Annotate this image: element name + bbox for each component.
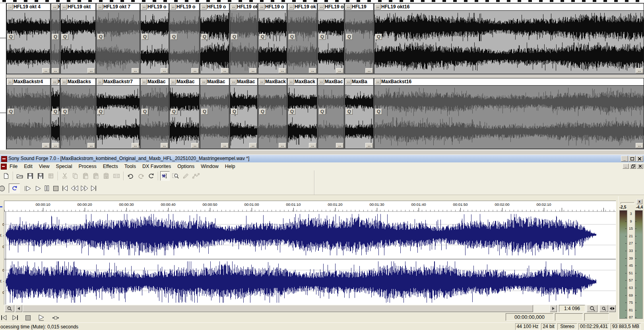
- clip-waveform[interactable]: [345, 10, 373, 73]
- zoom-in-button[interactable]: [587, 305, 597, 312]
- clip-title-bar[interactable]: ↔HFL19 ok: [230, 4, 257, 11]
- clip-waveform[interactable]: [200, 10, 229, 73]
- clip-stretch-handle[interactable]: ↔: [52, 68, 59, 73]
- clip-title-bar[interactable]: ↔HFL19 okt16: [374, 4, 644, 11]
- clip-stretch-handle[interactable]: ↔: [636, 143, 643, 148]
- mdi-restore-button[interactable]: [630, 164, 636, 169]
- clip-resize-icon[interactable]: ↔: [318, 4, 324, 10]
- audio-clip-maxba[interactable]: ↔MaxBaQ↔: [345, 78, 374, 149]
- stop-button[interactable]: [52, 184, 60, 193]
- audio-clip-maxbac[interactable]: ↔MaxBacQ↔: [230, 78, 258, 149]
- clip-waveform[interactable]: [141, 85, 169, 148]
- clip-waveform[interactable]: [258, 10, 287, 73]
- clip-title-bar[interactable]: ↔MaxBacks: [61, 78, 95, 86]
- clip-q-button[interactable]: Q: [52, 109, 59, 115]
- pause-button[interactable]: [43, 184, 51, 193]
- audio-clip-m[interactable]: ↔MQ↔: [51, 78, 60, 149]
- clip-stretch-handle[interactable]: ↔: [249, 68, 257, 73]
- clip-resize-icon[interactable]: ↔: [170, 79, 176, 84]
- clip-title-bar[interactable]: ↔MaxBack: [258, 78, 287, 86]
- maximize-button[interactable]: [628, 156, 636, 162]
- audio-clip-hfl19-okt[interactable]: ↔HFL19 oktQ↔: [60, 3, 96, 74]
- clip-q-button[interactable]: Q: [142, 34, 148, 40]
- clip-stretch-handle[interactable]: ↔: [336, 68, 343, 73]
- audio-clip-h[interactable]: ↔HQ↔: [51, 3, 60, 74]
- audio-clip-hfl19-o[interactable]: ↔HFL19 oQ↔: [140, 3, 169, 74]
- clip-q-button[interactable]: Q: [346, 109, 353, 115]
- clip-resize-icon[interactable]: ↔: [97, 4, 103, 10]
- audio-clip-maxback[interactable]: ↔MaxBackQ↔: [258, 78, 287, 149]
- audio-clip-maxbac[interactable]: ↔MaxBacQ↔: [200, 78, 229, 149]
- clip-q-button[interactable]: Q: [97, 109, 104, 115]
- save-as-icon[interactable]: ?: [36, 171, 45, 181]
- clip-stretch-handle[interactable]: ↔: [161, 68, 168, 73]
- clip-stretch-handle[interactable]: ↔: [221, 68, 229, 73]
- clip-waveform[interactable]: [288, 85, 317, 148]
- clip-q-button[interactable]: Q: [375, 109, 382, 115]
- zoom-normal-button[interactable]: [5, 305, 14, 312]
- mdi-minimize-button[interactable]: _: [623, 164, 629, 169]
- magnify-tool-icon[interactable]: [171, 171, 180, 181]
- audio-clip-maxbackstr4[interactable]: ↔MaxBackstr4Q↔: [6, 78, 50, 149]
- clip-title-bar[interactable]: ↔MaxBac: [230, 78, 257, 86]
- clip-stretch-handle[interactable]: ↔: [42, 68, 50, 73]
- menu-window[interactable]: Window: [198, 163, 221, 170]
- zoom-ratio-display[interactable]: 1:4 096: [559, 305, 585, 312]
- clip-stretch-handle[interactable]: ↔: [52, 143, 59, 148]
- clip-waveform[interactable]: [7, 85, 50, 148]
- clip-title-bar[interactable]: ↔H: [51, 4, 60, 11]
- clip-q-button[interactable]: Q: [8, 109, 14, 115]
- clip-waveform[interactable]: [97, 85, 140, 148]
- zoom-out-button[interactable]: [599, 305, 608, 312]
- audio-clip-hfl19-ok[interactable]: ↔HFL19 okQ↔: [318, 3, 344, 74]
- go-to-end-button[interactable]: [89, 184, 97, 193]
- open-file-icon[interactable]: [15, 171, 25, 181]
- new-file-icon[interactable]: [1, 171, 11, 181]
- audio-clip-maxbac[interactable]: ↔MaxBacQ↔: [169, 78, 200, 149]
- meter-grabber[interactable]: [621, 202, 634, 204]
- loop-playback-button[interactable]: [9, 184, 20, 193]
- clip-title-bar[interactable]: ↔HFL19 okt 7: [97, 4, 140, 11]
- document-icon[interactable]: [1, 164, 7, 170]
- clip-resize-icon[interactable]: ↔: [231, 79, 237, 84]
- forward-button[interactable]: [80, 184, 89, 193]
- clip-q-button[interactable]: Q: [259, 109, 266, 115]
- clip-stretch-handle[interactable]: ↔: [279, 143, 286, 148]
- menu-dx-favorites[interactable]: DX Favorites: [139, 163, 174, 170]
- clip-q-button[interactable]: Q: [319, 34, 326, 40]
- clip-title-bar[interactable]: ↔HFL19 ok: [318, 4, 344, 11]
- clip-resize-icon[interactable]: ↔: [288, 79, 294, 84]
- menu-file[interactable]: File: [6, 163, 21, 170]
- clip-title-bar[interactable]: →HFL19 okt 4: [7, 4, 50, 11]
- audio-clip-maxbackstr7[interactable]: ↔MaxBackstr7Q↔: [96, 78, 140, 149]
- clip-q-button[interactable]: Q: [171, 109, 177, 115]
- audio-clip-hfl19-okt-4[interactable]: →HFL19 okt 4Q↔: [6, 3, 50, 74]
- clip-title-bar[interactable]: ↔HFL19: [345, 4, 373, 11]
- clip-resize-icon[interactable]: ↔: [375, 4, 381, 10]
- clip-stretch-handle[interactable]: ↔: [249, 143, 257, 148]
- clip-waveform[interactable]: [374, 85, 644, 148]
- clip-stretch-handle[interactable]: ↔: [42, 143, 50, 148]
- clip-waveform[interactable]: [374, 10, 644, 73]
- clip-resize-icon[interactable]: ↔: [7, 79, 13, 84]
- stop-button-small[interactable]: [25, 314, 31, 322]
- clip-resize-icon[interactable]: ↔: [52, 4, 58, 10]
- clip-stretch-handle[interactable]: ↔: [636, 68, 643, 73]
- clip-waveform[interactable]: [230, 85, 257, 148]
- clip-resize-icon[interactable]: ↔: [201, 4, 207, 10]
- clip-title-bar[interactable]: ↔MaxBac: [170, 78, 199, 86]
- clip-stretch-handle[interactable]: ↔: [336, 143, 343, 148]
- clip-waveform[interactable]: [230, 10, 257, 73]
- menu-process[interactable]: Process: [76, 163, 100, 170]
- play-all-button[interactable]: [23, 184, 33, 193]
- rewind-button[interactable]: [70, 184, 79, 193]
- clip-resize-icon[interactable]: ↔: [52, 79, 58, 84]
- clip-stretch-handle[interactable]: ↔: [87, 143, 95, 148]
- clip-resize-icon[interactable]: ↔: [345, 4, 351, 10]
- clip-title-bar[interactable]: ↔HFL19 okt: [61, 4, 95, 11]
- clip-resize-icon[interactable]: ↔: [318, 79, 324, 84]
- audio-clip-hfl19-o[interactable]: ↔HFL19 oQ↔: [169, 3, 200, 74]
- clip-resize-icon[interactable]: ↔: [97, 79, 103, 84]
- audio-clip-maxbac[interactable]: ↔MaxBacQ↔: [140, 78, 169, 149]
- clip-resize-icon[interactable]: ↔: [141, 79, 147, 84]
